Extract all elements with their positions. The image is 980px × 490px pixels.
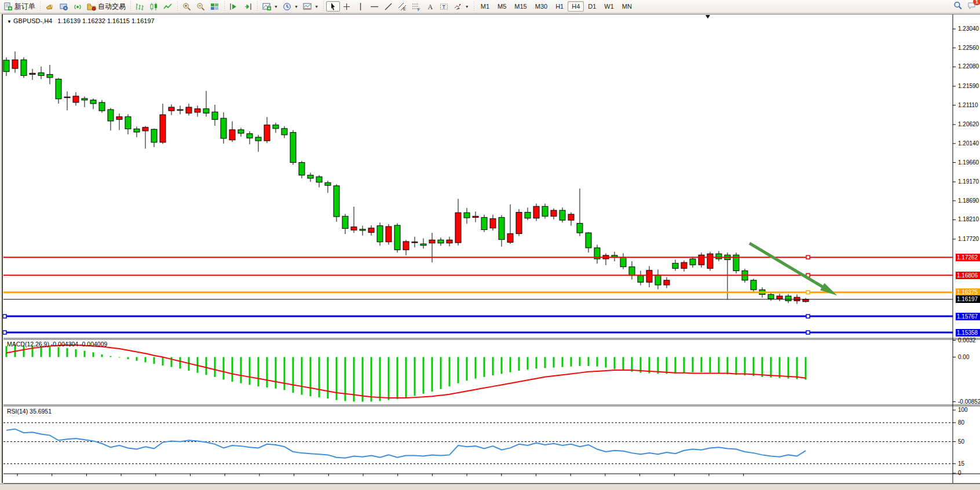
- candle-body-up[interactable]: [490, 218, 496, 228]
- horn-button[interactable]: [43, 1, 57, 12]
- candle-body-up[interactable]: [264, 125, 270, 141]
- candle-body-up[interactable]: [681, 262, 687, 268]
- candle-body-up[interactable]: [142, 127, 148, 131]
- candle-chart-button[interactable]: [147, 1, 161, 12]
- candle-body-down[interactable]: [273, 125, 279, 129]
- timeframe-button-mn[interactable]: MN: [618, 1, 636, 12]
- channel-button[interactable]: E: [396, 1, 409, 12]
- candle-body-up[interactable]: [73, 96, 79, 103]
- candle-body-down[interactable]: [47, 74, 53, 77]
- candle-body-up[interactable]: [412, 242, 418, 243]
- trend-arrow-head[interactable]: [820, 283, 837, 296]
- candle-body-down[interactable]: [108, 109, 114, 121]
- candle-body-down[interactable]: [90, 100, 96, 104]
- candle-body-down[interactable]: [394, 225, 400, 250]
- candle-body-down[interactable]: [38, 73, 44, 76]
- autotrade-button[interactable]: 自动交易: [85, 1, 128, 12]
- candle-body-up[interactable]: [455, 213, 461, 243]
- chat-button[interactable]: 1: [967, 1, 977, 12]
- text-button[interactable]: A: [423, 1, 437, 12]
- timeframe-button-m1[interactable]: M1: [477, 1, 493, 12]
- timeframe-button-m5[interactable]: M5: [493, 1, 510, 12]
- candle-body-down[interactable]: [281, 129, 287, 135]
- signal-button[interactable]: [71, 1, 85, 12]
- candle-body-up[interactable]: [803, 299, 809, 302]
- candle-body-down[interactable]: [638, 276, 643, 283]
- candle-body-down[interactable]: [203, 109, 209, 114]
- candle-body-up[interactable]: [229, 130, 235, 140]
- search-button[interactable]: [953, 1, 963, 12]
- candle-body-up[interactable]: [646, 270, 652, 282]
- candle-body-up[interactable]: [699, 255, 704, 265]
- candle-body-down[interactable]: [751, 280, 756, 290]
- line-drag-handle[interactable]: [806, 331, 810, 334]
- candle-body-down[interactable]: [542, 206, 548, 216]
- candle-body-up[interactable]: [429, 240, 435, 243]
- candle-body-up[interactable]: [403, 242, 409, 250]
- periods-button[interactable]: ▼: [280, 1, 301, 12]
- timeframe-button-h1[interactable]: H1: [551, 1, 568, 12]
- candle-body-up[interactable]: [30, 73, 35, 74]
- line-drag-handle[interactable]: [3, 331, 6, 334]
- candle-body-down[interactable]: [672, 263, 678, 268]
- chart-shift-button[interactable]: [241, 1, 255, 12]
- candle-body-down[interactable]: [177, 109, 183, 110]
- candle-body-up[interactable]: [551, 210, 557, 216]
- candle-body-up[interactable]: [386, 226, 392, 242]
- candle-body-down[interactable]: [586, 233, 591, 248]
- tile-windows-button[interactable]: [208, 1, 222, 12]
- candle-body-up[interactable]: [64, 97, 70, 97]
- vline-button[interactable]: [354, 1, 368, 12]
- candle-body-down[interactable]: [212, 112, 218, 119]
- candle-body-down[interactable]: [316, 177, 322, 182]
- candle-body-down[interactable]: [464, 213, 470, 218]
- candle-body-down[interactable]: [560, 210, 565, 220]
- price-chart-canvas[interactable]: [3, 14, 980, 484]
- candle-body-down[interactable]: [255, 137, 261, 141]
- auto-scroll-button[interactable]: [227, 1, 241, 12]
- crosshair-button[interactable]: [340, 1, 354, 12]
- candle-body-down[interactable]: [629, 267, 635, 276]
- candle-body-up[interactable]: [169, 107, 174, 111]
- line-chart-button[interactable]: [161, 1, 175, 12]
- chevron-down-icon[interactable]: ▼: [315, 5, 319, 9]
- candle-body-up[interactable]: [195, 109, 200, 112]
- candle-body-up[interactable]: [568, 214, 574, 220]
- trend-arrow-object[interactable]: [749, 243, 828, 290]
- candle-body-down[interactable]: [151, 129, 157, 142]
- label-button[interactable]: T: [437, 1, 451, 12]
- candle-body-up[interactable]: [707, 254, 713, 268]
- candle-body-down[interactable]: [299, 163, 305, 175]
- cursor-button[interactable]: [326, 1, 340, 12]
- templates-button[interactable]: ▼: [301, 1, 321, 12]
- candle-body-down[interactable]: [21, 60, 27, 75]
- candle-body-down[interactable]: [82, 98, 87, 100]
- timeframe-button-m30[interactable]: M30: [531, 1, 551, 12]
- candle-body-down[interactable]: [360, 229, 365, 231]
- indicators-button[interactable]: ▼: [260, 1, 280, 12]
- candle-body-up[interactable]: [160, 115, 166, 142]
- candle-body-up[interactable]: [116, 116, 122, 119]
- chevron-down-icon[interactable]: ▼: [274, 5, 278, 9]
- candle-body-down[interactable]: [481, 217, 487, 229]
- candle-body-down[interactable]: [134, 129, 140, 132]
- timeframe-button-h4[interactable]: H4: [568, 1, 584, 12]
- candle-body-down[interactable]: [377, 226, 383, 242]
- timeframe-button-m15[interactable]: M15: [510, 1, 531, 12]
- candle-body-down[interactable]: [499, 217, 504, 239]
- candle-body-down[interactable]: [238, 130, 244, 133]
- candle-body-up[interactable]: [794, 297, 800, 301]
- candle-body-down[interactable]: [125, 116, 131, 129]
- candle-body-down[interactable]: [342, 216, 348, 228]
- candle-body-down[interactable]: [716, 254, 722, 259]
- chart-symbol-title[interactable]: ▼ GBPUSD-,H4 1.16139 1.16232 1.16115 1.1…: [7, 17, 155, 24]
- chart-window[interactable]: ▼ GBPUSD-,H4 1.16139 1.16232 1.16115 1.1…: [2, 14, 980, 483]
- candle-body-down[interactable]: [768, 294, 774, 299]
- candle-body-up[interactable]: [12, 60, 18, 68]
- candle-body-up[interactable]: [368, 228, 374, 233]
- candle-body-down[interactable]: [334, 186, 339, 217]
- candle-body-down[interactable]: [420, 244, 426, 246]
- line-drag-handle[interactable]: [3, 315, 6, 318]
- new-order-button[interactable]: 新订单: [1, 1, 38, 12]
- hline-button[interactable]: [368, 1, 382, 12]
